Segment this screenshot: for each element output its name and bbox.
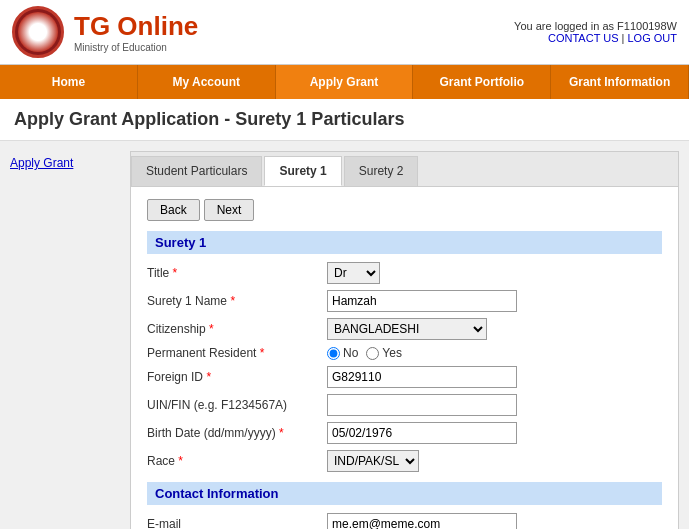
birth-date-control (327, 422, 517, 444)
email-label: E-mail (147, 517, 327, 529)
title-label: Title * (147, 266, 327, 280)
tab-student-particulars[interactable]: Student Particulars (131, 156, 262, 186)
citizenship-select[interactable]: BANGLADESHI SINGAPOREAN PR OTHERS (327, 318, 487, 340)
main-nav: Home My Account Apply Grant Grant Portfo… (0, 65, 689, 99)
race-control: IND/PAK/SL CHINESE MALAY OTHERS (327, 450, 419, 472)
race-row: Race * IND/PAK/SL CHINESE MALAY OTHERS (147, 450, 662, 472)
user-logged-in: You are logged in as F1100198W (514, 20, 677, 32)
site-title-area: TG Online Ministry of Education (74, 11, 198, 53)
race-required: * (178, 454, 183, 468)
logo-icon (12, 6, 64, 58)
pr-control: No Yes (327, 346, 402, 360)
page-title: Apply Grant Application - Surety 1 Parti… (0, 99, 689, 141)
pr-yes-label[interactable]: Yes (366, 346, 402, 360)
name-row: Surety 1 Name * (147, 290, 662, 312)
logo-area: TG Online Ministry of Education (12, 6, 198, 58)
nav-grant-information[interactable]: Grant Information (551, 65, 689, 99)
pr-no-radio[interactable] (327, 347, 340, 360)
site-title: TG Online (74, 11, 198, 42)
content-area: Student Particulars Surety 1 Surety 2 Ba… (130, 151, 679, 529)
form-area: Back Next Surety 1 Title * Dr Mr Mrs Ms (131, 187, 678, 529)
foreign-id-row: Foreign ID * (147, 366, 662, 388)
foreign-id-label: Foreign ID * (147, 370, 327, 384)
citizenship-row: Citizenship * BANGLADESHI SINGAPOREAN PR… (147, 318, 662, 340)
citizenship-required: * (209, 322, 214, 336)
citizenship-label: Citizenship * (147, 322, 327, 336)
pr-no-label[interactable]: No (327, 346, 358, 360)
back-button[interactable]: Back (147, 199, 200, 221)
nav-grant-portfolio[interactable]: Grant Portfolio (413, 65, 551, 99)
header: TG Online Ministry of Education You are … (0, 0, 689, 65)
user-info-area: You are logged in as F1100198W CONTACT U… (514, 20, 677, 44)
pr-required: * (260, 346, 265, 360)
email-input[interactable] (327, 513, 517, 529)
uin-fin-control (327, 394, 517, 416)
citizenship-control: BANGLADESHI SINGAPOREAN PR OTHERS (327, 318, 487, 340)
foreign-id-control (327, 366, 517, 388)
title-required: * (173, 266, 178, 280)
birth-date-input[interactable] (327, 422, 517, 444)
nav-apply-grant[interactable]: Apply Grant (276, 65, 414, 99)
sidebar-apply-grant-link[interactable]: Apply Grant (10, 156, 73, 170)
email-control (327, 513, 517, 529)
next-button[interactable]: Next (204, 199, 255, 221)
email-row: E-mail (147, 513, 662, 529)
name-input[interactable] (327, 290, 517, 312)
contact-section-header: Contact Information (147, 482, 662, 505)
log-out-link[interactable]: LOG OUT (627, 32, 677, 44)
pr-yes-text: Yes (382, 346, 402, 360)
name-control (327, 290, 517, 312)
foreign-id-required: * (206, 370, 211, 384)
permanent-resident-label: Permanent Resident * (147, 346, 327, 360)
main-layout: Apply Grant Student Particulars Surety 1… (0, 141, 689, 529)
birth-date-row: Birth Date (dd/mm/yyyy) * (147, 422, 662, 444)
pr-yes-radio[interactable] (366, 347, 379, 360)
title-row: Title * Dr Mr Mrs Ms Mdm (147, 262, 662, 284)
name-label: Surety 1 Name * (147, 294, 327, 308)
contact-us-link[interactable]: CONTACT US (548, 32, 619, 44)
birth-date-label: Birth Date (dd/mm/yyyy) * (147, 426, 327, 440)
nav-home[interactable]: Home (0, 65, 138, 99)
tabs: Student Particulars Surety 1 Surety 2 (131, 152, 678, 187)
title-select[interactable]: Dr Mr Mrs Ms Mdm (327, 262, 380, 284)
uin-fin-row: UIN/FIN (e.g. F1234567A) (147, 394, 662, 416)
sidebar: Apply Grant (10, 151, 120, 529)
surety1-section-header: Surety 1 (147, 231, 662, 254)
pr-no-text: No (343, 346, 358, 360)
permanent-resident-row: Permanent Resident * No Yes (147, 346, 662, 360)
race-label: Race * (147, 454, 327, 468)
btn-row: Back Next (147, 199, 662, 221)
name-required: * (230, 294, 235, 308)
nav-my-account[interactable]: My Account (138, 65, 276, 99)
race-select[interactable]: IND/PAK/SL CHINESE MALAY OTHERS (327, 450, 419, 472)
foreign-id-input[interactable] (327, 366, 517, 388)
uin-fin-label: UIN/FIN (e.g. F1234567A) (147, 398, 327, 412)
tab-surety1[interactable]: Surety 1 (264, 156, 341, 186)
birth-date-required: * (279, 426, 284, 440)
uin-fin-input[interactable] (327, 394, 517, 416)
title-control: Dr Mr Mrs Ms Mdm (327, 262, 380, 284)
tab-surety2[interactable]: Surety 2 (344, 156, 419, 186)
ministry-label: Ministry of Education (74, 42, 198, 53)
